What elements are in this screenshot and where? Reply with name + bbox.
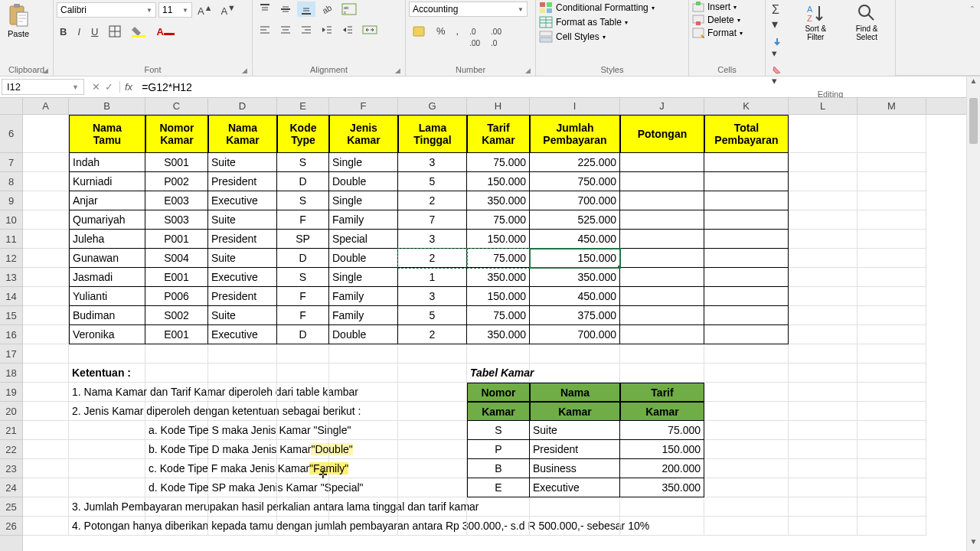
cell[interactable] bbox=[858, 421, 926, 440]
cell-H7[interactable]: 75.000 bbox=[467, 153, 530, 172]
header-K[interactable]: TotalPembayaran bbox=[704, 115, 789, 153]
cell-B12[interactable]: Gunawan bbox=[69, 249, 145, 268]
cell-grid[interactable]: NamaTamuNomorKamarNamaKamarKodeTypeJenis… bbox=[23, 115, 980, 536]
cell-J14[interactable] bbox=[620, 287, 704, 306]
cell-H14[interactable]: 150.000 bbox=[467, 287, 530, 306]
cell-D11[interactable]: President bbox=[208, 230, 277, 249]
cell-F11[interactable]: Special bbox=[329, 230, 398, 249]
note-26[interactable]: 4. Potongan hanya diberikan kepada tamu … bbox=[69, 517, 145, 536]
header-J[interactable]: Potongan bbox=[620, 115, 704, 153]
tabel-kamar-title[interactable]: Tabel Kamar bbox=[467, 364, 530, 383]
note-25[interactable]: 3. Jumlah Pembayaran merupakan hasil per… bbox=[69, 497, 145, 517]
cell-I13[interactable]: 350.000 bbox=[530, 268, 620, 287]
alignment-launcher-icon[interactable]: ◢ bbox=[395, 67, 400, 74]
cell-F8[interactable]: Double bbox=[329, 172, 398, 191]
cell[interactable] bbox=[620, 344, 704, 364]
bold-button[interactable]: B bbox=[57, 24, 70, 39]
cell-I8[interactable]: 750.000 bbox=[530, 172, 620, 191]
vertical-scrollbar[interactable]: ▲ ▼ bbox=[966, 77, 980, 551]
cell[interactable] bbox=[208, 344, 277, 364]
row-header-13[interactable]: 13 bbox=[0, 268, 22, 287]
cell-J16[interactable] bbox=[620, 325, 704, 344]
cell-I12[interactable]: 150.000 bbox=[530, 249, 620, 268]
scrollbar-thumb[interactable] bbox=[969, 98, 978, 144]
cell[interactable] bbox=[858, 210, 926, 230]
row-header-9[interactable]: 9 bbox=[0, 191, 22, 210]
subnote-24[interactable]: d. Kode Tipe SP maka Jenis Kamar "Specia… bbox=[145, 478, 208, 497]
row-header-18[interactable]: 18 bbox=[0, 364, 22, 383]
cell-G11[interactable]: 3 bbox=[398, 230, 467, 249]
header-G[interactable]: LamaTinggal bbox=[398, 115, 467, 153]
row-header-6[interactable]: 6 bbox=[0, 115, 22, 153]
cell-D12[interactable]: Suite bbox=[208, 249, 277, 268]
cell[interactable] bbox=[858, 325, 926, 344]
select-all-corner[interactable] bbox=[0, 98, 22, 115]
cell[interactable] bbox=[145, 383, 208, 402]
cell-E13[interactable]: S bbox=[277, 268, 329, 287]
cell[interactable] bbox=[704, 421, 789, 440]
col-header-K[interactable]: K bbox=[704, 98, 789, 114]
cell[interactable] bbox=[789, 383, 858, 402]
cell[interactable] bbox=[329, 421, 398, 440]
col-header-L[interactable]: L bbox=[789, 98, 858, 114]
cell[interactable] bbox=[23, 383, 69, 402]
cell[interactable] bbox=[858, 153, 926, 172]
row-header-21[interactable]: 21 bbox=[0, 421, 22, 440]
increase-decimal-button[interactable]: .0.00 bbox=[466, 24, 483, 50]
cell[interactable] bbox=[23, 364, 69, 383]
rt-rate[interactable]: 200.000 bbox=[620, 459, 704, 478]
cell[interactable] bbox=[69, 459, 145, 478]
cell-F12[interactable]: Double bbox=[329, 249, 398, 268]
cell[interactable] bbox=[789, 325, 858, 344]
cell-B11[interactable]: Juleha bbox=[69, 230, 145, 249]
col-header-E[interactable]: E bbox=[277, 98, 329, 114]
cell[interactable] bbox=[208, 517, 277, 536]
cell[interactable] bbox=[789, 249, 858, 268]
cell[interactable] bbox=[789, 402, 858, 421]
cell-F10[interactable]: Family bbox=[329, 210, 398, 230]
cell[interactable] bbox=[208, 440, 277, 459]
cell-K11[interactable] bbox=[704, 230, 789, 249]
cell[interactable] bbox=[145, 364, 208, 383]
cell[interactable] bbox=[858, 172, 926, 191]
cell-C13[interactable]: E001 bbox=[145, 268, 208, 287]
row-header-7[interactable]: 7 bbox=[0, 153, 22, 172]
cell-A6[interactable] bbox=[23, 115, 69, 153]
col-header-I[interactable]: I bbox=[530, 98, 620, 114]
cell-J7[interactable] bbox=[620, 153, 704, 172]
cell-A15[interactable] bbox=[23, 306, 69, 325]
cell[interactable] bbox=[858, 268, 926, 287]
cell[interactable] bbox=[398, 364, 467, 383]
cell[interactable] bbox=[530, 497, 620, 517]
header-B[interactable]: NamaTamu bbox=[69, 115, 145, 153]
format-as-table-button[interactable]: Format as Table▾ bbox=[539, 16, 628, 28]
cell[interactable] bbox=[789, 306, 858, 325]
cell[interactable] bbox=[858, 287, 926, 306]
cell[interactable] bbox=[277, 402, 329, 421]
comma-button[interactable]: , bbox=[453, 24, 462, 50]
cell[interactable] bbox=[208, 497, 277, 517]
cell-G8[interactable]: 5 bbox=[398, 172, 467, 191]
col-header-A[interactable]: A bbox=[23, 98, 69, 114]
cell[interactable] bbox=[329, 383, 398, 402]
cell[interactable] bbox=[704, 364, 789, 383]
col-header-G[interactable]: G bbox=[398, 98, 467, 114]
header-E[interactable]: KodeType bbox=[277, 115, 329, 153]
subnote-22[interactable]: b. Kode Tipe D maka Jenis Kamar "Double" bbox=[145, 440, 208, 459]
autosum-button[interactable]: Σ ▾ bbox=[769, 2, 789, 33]
cell[interactable] bbox=[789, 459, 858, 478]
row-header-19[interactable]: 19 bbox=[0, 383, 22, 402]
cell-I16[interactable]: 700.000 bbox=[530, 325, 620, 344]
cell[interactable] bbox=[398, 421, 467, 440]
number-format-combo[interactable]: Accounting▼ bbox=[409, 2, 528, 17]
cell[interactable] bbox=[704, 497, 789, 517]
rt-code[interactable]: B bbox=[467, 459, 530, 478]
cell-E16[interactable]: D bbox=[277, 325, 329, 344]
cell-K16[interactable] bbox=[704, 325, 789, 344]
cell[interactable] bbox=[789, 191, 858, 210]
col-header-J[interactable]: J bbox=[620, 98, 704, 114]
rt-name[interactable]: Business bbox=[530, 459, 620, 478]
align-top-button[interactable] bbox=[256, 2, 274, 17]
paste-button[interactable]: Paste bbox=[3, 2, 34, 40]
cell[interactable] bbox=[329, 497, 398, 517]
